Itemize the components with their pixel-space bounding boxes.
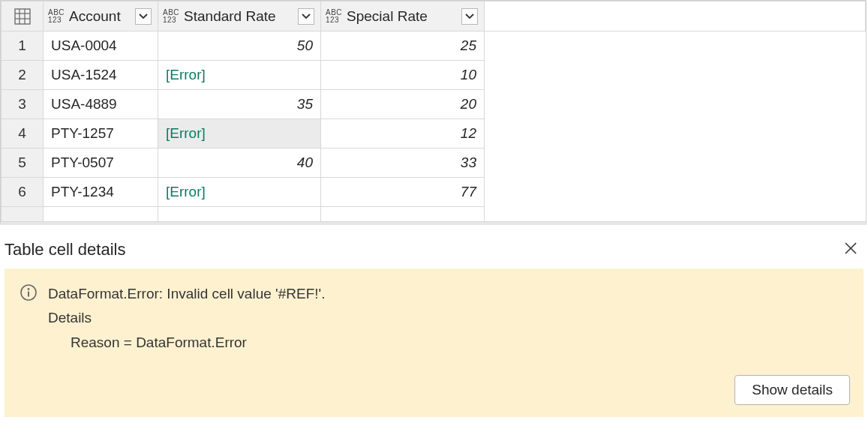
svg-rect-9 [28, 292, 29, 297]
cell-special-rate[interactable]: 20 [321, 90, 485, 119]
column-name: Special Rate [347, 8, 461, 25]
filler-cell [485, 61, 866, 90]
row-number[interactable]: 3 [2, 90, 44, 119]
data-table: ABC 123 Account ABC 123 [1, 1, 866, 222]
table-row[interactable]: 5PTY-05074033 [2, 148, 866, 178]
datatype-any-icon: ABC 123 [163, 9, 179, 24]
filter-dropdown-button[interactable] [135, 8, 152, 25]
table-icon [14, 8, 31, 25]
row-number[interactable]: 4 [2, 119, 44, 148]
cell-account[interactable]: PTY-1234 [44, 178, 158, 207]
chevron-down-icon [302, 14, 311, 20]
column-header-filler [485, 2, 866, 32]
filler-cell [485, 148, 866, 178]
table-row[interactable]: 4PTY-1257[Error]12 [2, 119, 866, 148]
empty-cell [44, 207, 158, 222]
filler-cell [485, 90, 866, 119]
cell-standard-rate[interactable]: 35 [158, 90, 321, 119]
column-header-standard-rate[interactable]: ABC 123 Standard Rate [158, 2, 321, 32]
cell-error[interactable]: [Error] [158, 61, 321, 90]
cell-error[interactable]: [Error] [158, 178, 321, 207]
data-table-container: ABC 123 Account ABC 123 [0, 0, 866, 225]
info-icon [20, 284, 38, 302]
cell-special-rate[interactable]: 12 [321, 119, 485, 148]
row-number[interactable]: 5 [2, 148, 44, 178]
empty-cell [158, 207, 321, 222]
cell-account[interactable]: PTY-1257 [44, 119, 158, 148]
error-reason: Reason = DataFormat.Error [48, 331, 325, 355]
cell-account[interactable]: USA-0004 [44, 32, 158, 61]
column-name: Standard Rate [184, 8, 298, 25]
cell-account[interactable]: PTY-0507 [44, 148, 158, 178]
error-message: DataFormat.Error: Invalid cell value '#R… [48, 282, 325, 306]
svg-rect-0 [15, 9, 30, 24]
cell-error[interactable]: [Error] [158, 119, 321, 148]
column-header-special-rate[interactable]: ABC 123 Special Rate [321, 2, 485, 32]
empty-row [2, 207, 866, 222]
datatype-any-icon: ABC 123 [48, 9, 65, 24]
row-number[interactable]: 1 [2, 32, 44, 61]
chevron-down-icon [139, 14, 148, 20]
row-number[interactable]: 2 [2, 61, 44, 90]
svg-point-8 [28, 288, 30, 290]
close-button[interactable] [838, 237, 863, 262]
empty-cell [485, 207, 866, 222]
table-row[interactable]: 3USA-48893520 [2, 90, 866, 119]
cell-special-rate[interactable]: 77 [321, 178, 485, 207]
cell-special-rate[interactable]: 25 [321, 32, 485, 61]
cell-special-rate[interactable]: 33 [321, 148, 485, 178]
column-header-account[interactable]: ABC 123 Account [44, 2, 158, 32]
empty-cell [321, 207, 485, 222]
table-row[interactable]: 2USA-1524[Error]10 [2, 61, 866, 90]
filler-cell [485, 119, 866, 148]
filter-dropdown-button[interactable] [461, 8, 478, 25]
filter-dropdown-button[interactable] [298, 8, 314, 25]
cell-details-panel: Table cell details DataFormat.Error: Inv… [0, 237, 868, 417]
show-details-button[interactable]: Show details [734, 375, 850, 405]
details-label: Details [48, 306, 325, 330]
cell-account[interactable]: USA-1524 [44, 61, 158, 90]
empty-cell [2, 207, 44, 222]
select-all-corner[interactable] [2, 2, 44, 32]
cell-standard-rate[interactable]: 50 [158, 32, 321, 61]
table-row[interactable]: 6PTY-1234[Error]77 [2, 178, 866, 207]
cell-special-rate[interactable]: 10 [321, 61, 485, 90]
chevron-down-icon [465, 14, 474, 20]
column-name: Account [69, 8, 135, 25]
cell-account[interactable]: USA-4889 [44, 90, 158, 119]
filler-cell [485, 178, 866, 207]
filler-cell [485, 32, 866, 61]
details-title: Table cell details [5, 240, 125, 260]
close-icon [844, 242, 857, 255]
cell-standard-rate[interactable]: 40 [158, 148, 321, 178]
table-row[interactable]: 1USA-00045025 [2, 32, 866, 61]
datatype-any-icon: ABC 123 [326, 9, 342, 24]
row-number[interactable]: 6 [2, 178, 44, 207]
